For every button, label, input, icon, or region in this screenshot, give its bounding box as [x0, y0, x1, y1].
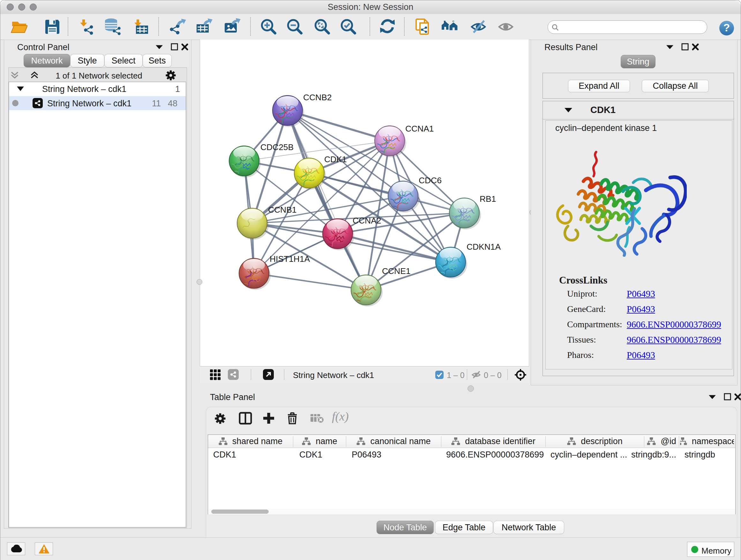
svg-text:CCNB2: CCNB2 — [303, 92, 332, 102]
svg-text:?: ? — [724, 22, 730, 34]
svg-text:CCNA1: CCNA1 — [405, 124, 434, 133]
svg-text:CDC6: CDC6 — [419, 176, 442, 185]
svg-text:CDKN1A: CDKN1A — [467, 242, 501, 252]
svg-text:CCNA2: CCNA2 — [353, 216, 381, 226]
svg-text:HIST1H1A: HIST1H1A — [270, 254, 310, 264]
svg-text:CDC25B: CDC25B — [260, 142, 293, 152]
svg-text:CDK1: CDK1 — [324, 154, 347, 164]
svg-text:CCNE1: CCNE1 — [382, 266, 410, 276]
svg-text:CCNB1: CCNB1 — [268, 205, 296, 214]
svg-text:RB1: RB1 — [480, 194, 496, 204]
